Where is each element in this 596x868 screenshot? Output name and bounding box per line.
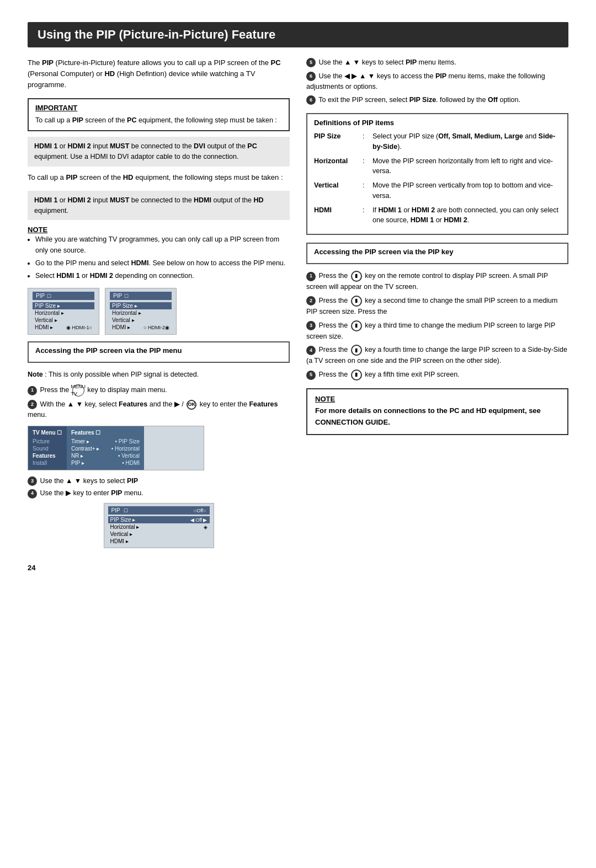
feat-nr: NR ▸ • Vertical bbox=[71, 452, 140, 459]
pip-menu-diagrams: PIP ☐ PIP Size ▸ Horizontal ▸ Vertical ▸… bbox=[28, 288, 290, 335]
key-step-4-num: 4 bbox=[306, 346, 316, 355]
vert-row: Vertical ▸ bbox=[108, 531, 210, 538]
hdmi-item-1: HDMI ▸ ◉ HDMI-1○ bbox=[33, 324, 94, 331]
desc-hdmi: If HDMI 1 or HDMI 2 are both connected, … bbox=[372, 205, 561, 226]
note-list: While you are watching TV programmes, yo… bbox=[28, 234, 290, 281]
def-vertical: Vertical : Move the PIP screen verticall… bbox=[314, 180, 561, 201]
pip-remote-btn-3: ▮ bbox=[351, 320, 362, 331]
pip-menu-section-title: Accessing the PIP screen via the PIP men… bbox=[35, 346, 282, 355]
feat-contrast: Contrast+ ▸ • Horizontal bbox=[71, 445, 140, 452]
desc-vertical: Move the PIP screen vertically from top … bbox=[372, 180, 561, 201]
tv-install: Install bbox=[33, 459, 62, 467]
key-step-1-num: 1 bbox=[306, 272, 316, 281]
tv-menu-right: Features ☐ Timer ▸ • PIP Size Contrast+ … bbox=[67, 426, 144, 470]
vertical-item: Vertical ▸ bbox=[33, 317, 94, 324]
pip-diagram-2: PIP ☐ PIP Size ▸ Horizontal ▸ Vertical ▸… bbox=[105, 288, 177, 335]
pip-key-step-3: 3 Press the ▮ key a third time to change… bbox=[306, 320, 568, 342]
term-hdmi: HDMI bbox=[314, 205, 358, 226]
page-title: Using the PIP (Picture-in-Picture) Featu… bbox=[28, 22, 568, 47]
desc-horizontal: Move the PIP screen horizontally from le… bbox=[372, 156, 561, 177]
note-bottom-label: NOTE bbox=[315, 395, 335, 403]
step-2-num: 2 bbox=[28, 400, 37, 409]
note-bottom-box: NOTE For more details on connections to … bbox=[306, 388, 568, 435]
key-step-2-num: 2 bbox=[306, 296, 316, 306]
important-text1: To call up a PIP screen of the PC equipm… bbox=[35, 115, 282, 126]
page-number: 24 bbox=[28, 564, 568, 572]
def-pip-size: PIP Size : Select your PIP size (Off, Sm… bbox=[314, 131, 561, 152]
def-horizontal: Horizontal : Move the PIP screen horizon… bbox=[314, 156, 561, 177]
horizontal-item: Horizontal ▸ bbox=[33, 309, 94, 317]
key-step-5-num: 5 bbox=[306, 371, 316, 380]
shaded-box-hd: HDMI 1 or HDMI 2 input MUST be connected… bbox=[28, 191, 290, 221]
pip-diagram-2-title: PIP ☐ bbox=[110, 292, 172, 300]
pip-key-section-title: Accessing the PIP screen via the PIP key bbox=[314, 248, 561, 256]
shaded-box-pc: HDMI 1 or HDMI 2 input MUST be connected… bbox=[28, 137, 290, 167]
tv-menu-label: TV Menu ☐ bbox=[33, 430, 62, 436]
right-column: 5 Use the ▲ ▼ keys to select PIP menu it… bbox=[306, 57, 568, 553]
note-bottom-text: For more details on connections to the P… bbox=[315, 405, 560, 428]
hd-text: To call up a PIP screen of the HD equipm… bbox=[28, 172, 290, 183]
pip-key-step-4: 4 Press the ▮ key a fourth time to chang… bbox=[306, 345, 568, 366]
step-6b-num: 6 bbox=[306, 95, 316, 105]
pip-size-item: PIP Size ▸ bbox=[33, 302, 94, 309]
important-label: IMPORTANT bbox=[35, 104, 282, 112]
step-4-num: 4 bbox=[28, 489, 37, 499]
tv-features: Features bbox=[33, 452, 62, 459]
def-hdmi: HDMI : If HDMI 1 or HDMI 2 are both conn… bbox=[314, 205, 561, 226]
term-vertical: Vertical bbox=[314, 180, 358, 201]
pip-small-title: PIP ☐ ○Off○ bbox=[108, 506, 210, 515]
note-item-2: Go to the PIP menu and select HDMI. See … bbox=[35, 258, 290, 269]
right-step-5: 5 Use the ▲ ▼ keys to select PIP menu it… bbox=[306, 57, 568, 68]
pip-remote-btn-4: ▮ bbox=[351, 345, 362, 356]
pip-key-step-1: 1 Press the ▮ key on the remote control … bbox=[306, 271, 568, 292]
left-column: The PIP (Picture-in-Picture) feature all… bbox=[28, 57, 290, 553]
step-1-num: 1 bbox=[28, 386, 37, 395]
tv-sound: Sound bbox=[33, 445, 62, 452]
ok-btn: OK bbox=[187, 400, 196, 410]
pip-step-2: 2 With the ▲ ▼ key, select Features and … bbox=[28, 399, 290, 420]
term-horizontal: Horizontal bbox=[314, 156, 358, 177]
pip-key-step-5: 5 Press the ▮ key a fifth time exit PIP … bbox=[306, 369, 568, 381]
vertical-item-2: Vertical ▸ bbox=[110, 317, 172, 324]
term-pip-size: PIP Size bbox=[314, 131, 358, 152]
pip-remote-btn-2: ▮ bbox=[351, 296, 362, 307]
important-box: IMPORTANT To call up a PIP screen of the… bbox=[28, 98, 290, 131]
definitions-box: Definitions of PIP items PIP Size : Sele… bbox=[306, 113, 568, 235]
step-6a-num: 6 bbox=[306, 72, 316, 81]
pip-size-row: PIP Size ▸ ◀ Off ▶ bbox=[108, 516, 210, 523]
hdmi-row: HDMI ▸ bbox=[108, 538, 210, 545]
pip-small-diagram: PIP ☐ ○Off○ PIP Size ▸ ◀ Off ▶ Horizonta… bbox=[104, 503, 214, 548]
pip-key-step-2: 2 Press the ▮ key a second time to chang… bbox=[306, 296, 568, 317]
horizontal-item-2: Horizontal ▸ bbox=[110, 309, 172, 317]
pip-menu-access-box: Accessing the PIP screen via the PIP men… bbox=[28, 341, 290, 363]
pip-step-4: 4 Use the ▶ key to enter PIP menu. bbox=[28, 488, 290, 499]
hdmi-item-2: HDMI ▸ ○ HDMI-2◉ bbox=[110, 324, 172, 331]
tv-picture: Picture bbox=[33, 438, 62, 445]
pip-size-item-2: PIP Size ▸ bbox=[110, 302, 172, 309]
note-label: NOTE bbox=[28, 226, 47, 234]
pip-remote-btn-5: ▮ bbox=[351, 369, 362, 381]
pip-menu-note: Note : This is only possible when PIP si… bbox=[28, 369, 290, 380]
step-3-num: 3 bbox=[28, 476, 37, 486]
note-item-3: Select HDMI 1 or HDMI 2 depending on con… bbox=[35, 270, 290, 281]
pip-key-access-box: Accessing the PIP screen via the PIP key bbox=[306, 243, 568, 264]
note-item-1: While you are watching TV programmes, yo… bbox=[35, 234, 290, 256]
definitions-title: Definitions of PIP items bbox=[314, 119, 561, 127]
definitions-table: PIP Size : Select your PIP size (Off, Sm… bbox=[314, 131, 561, 226]
step-5-num: 5 bbox=[306, 58, 316, 67]
horiz-row: Horizontal ▸ ◈ bbox=[108, 523, 210, 531]
tv-menu-left: TV Menu ☐ Picture Sound Features Install bbox=[28, 426, 67, 470]
pip-diagram-1: PIP ☐ PIP Size ▸ Horizontal ▸ Vertical ▸… bbox=[28, 288, 99, 335]
desc-pip-size: Select your PIP size (Off, Small, Medium… bbox=[372, 131, 561, 152]
features-title: Features ☐ bbox=[71, 430, 140, 436]
note-section: NOTE While you are watching TV programme… bbox=[28, 226, 290, 281]
feat-pip: PIP ▸ • HDMI bbox=[71, 459, 140, 467]
key-step-3-num: 3 bbox=[306, 321, 316, 330]
feat-timer: Timer ▸ • PIP Size bbox=[71, 438, 140, 445]
pip-step-1: 1 Press the MENUTV key to display main m… bbox=[28, 384, 290, 397]
pip-step-3: 3 Use the ▲ ▼ keys to select PIP bbox=[28, 476, 290, 486]
intro-text: The PIP (Picture-in-Picture) feature all… bbox=[28, 57, 290, 90]
pip-diagram-1-title: PIP ☐ bbox=[33, 292, 94, 300]
pip-remote-btn-1: ▮ bbox=[351, 271, 362, 282]
right-step-6b: 6 To exit the PIP screen, select PIP Siz… bbox=[306, 95, 568, 105]
